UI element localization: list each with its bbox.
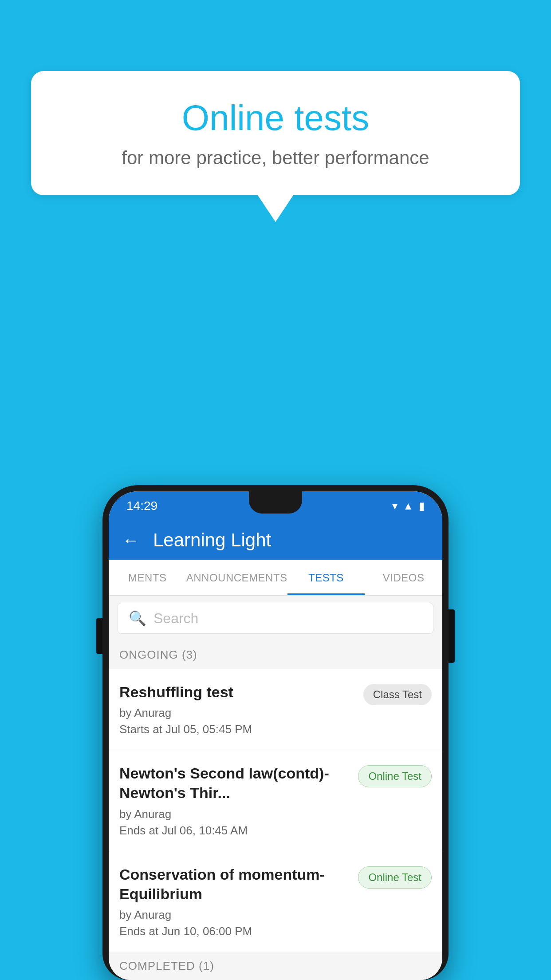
speech-bubble-section: Online tests for more practice, better p…: [31, 71, 520, 222]
battery-icon: ▮: [419, 500, 425, 512]
test-time-3: Ends at Jun 10, 06:00 PM: [119, 925, 349, 938]
app-header-title: Learning Light: [153, 530, 271, 551]
test-time-2: Ends at Jul 06, 10:45 AM: [119, 824, 349, 838]
ongoing-label: ONGOING (3): [119, 648, 197, 661]
ongoing-section-header: ONGOING (3): [109, 641, 442, 669]
test-info-2: Newton's Second law(contd)-Newton's Thir…: [119, 763, 349, 837]
tab-announcements[interactable]: ANNOUNCEMENTS: [186, 560, 287, 595]
test-badge-2: Online Test: [358, 765, 432, 787]
test-name-3: Conservation of momentum-Equilibrium: [119, 865, 349, 904]
test-author-3: by Anurag: [119, 908, 349, 922]
search-placeholder-text: Search: [153, 610, 198, 627]
bubble-subtitle: for more practice, better performance: [62, 147, 489, 169]
tabs-bar: MENTS ANNOUNCEMENTS TESTS VIDEOS: [109, 560, 442, 596]
test-name-2: Newton's Second law(contd)-Newton's Thir…: [119, 763, 349, 802]
test-time-1: Starts at Jul 05, 05:45 PM: [119, 723, 354, 736]
phone-screen: 14:29 ▾ ▲ ▮ ← Learning Light MENTS ANNOU…: [109, 491, 442, 980]
test-info-3: Conservation of momentum-Equilibrium by …: [119, 865, 349, 938]
phone-wrapper: 14:29 ▾ ▲ ▮ ← Learning Light MENTS ANNOU…: [102, 485, 449, 980]
speech-bubble: Online tests for more practice, better p…: [31, 71, 520, 195]
search-icon: 🔍: [129, 610, 146, 627]
wifi-icon: ▾: [392, 500, 398, 512]
search-bar[interactable]: 🔍 Search: [118, 603, 433, 634]
test-item-2[interactable]: Newton's Second law(contd)-Newton's Thir…: [109, 750, 442, 851]
tab-ments[interactable]: MENTS: [109, 560, 186, 595]
test-badge-1: Class Test: [363, 684, 432, 705]
completed-section-header: COMPLETED (1): [109, 952, 442, 980]
test-item-1[interactable]: Reshuffling test by Anurag Starts at Jul…: [109, 669, 442, 750]
tab-tests[interactable]: TESTS: [287, 560, 365, 595]
status-icons: ▾ ▲ ▮: [392, 500, 425, 512]
bubble-pointer: [258, 195, 293, 222]
notch: [249, 491, 302, 514]
test-author-1: by Anurag: [119, 706, 354, 720]
test-item-3[interactable]: Conservation of momentum-Equilibrium by …: [109, 851, 442, 952]
status-bar: 14:29 ▾ ▲ ▮: [109, 491, 442, 520]
test-list: Reshuffling test by Anurag Starts at Jul…: [109, 669, 442, 952]
phone-frame: 14:29 ▾ ▲ ▮ ← Learning Light MENTS ANNOU…: [102, 485, 449, 980]
test-author-2: by Anurag: [119, 807, 349, 821]
signal-icon: ▲: [403, 500, 413, 512]
test-name-1: Reshuffling test: [119, 682, 354, 702]
app-header: ← Learning Light: [109, 520, 442, 560]
test-info-1: Reshuffling test by Anurag Starts at Jul…: [119, 682, 354, 736]
completed-label: COMPLETED (1): [119, 959, 214, 972]
status-time: 14:29: [126, 499, 157, 513]
search-container: 🔍 Search: [109, 596, 442, 641]
tab-videos[interactable]: VIDEOS: [365, 560, 442, 595]
bubble-title: Online tests: [62, 98, 489, 138]
back-button[interactable]: ←: [122, 530, 140, 550]
test-badge-3: Online Test: [358, 866, 432, 889]
